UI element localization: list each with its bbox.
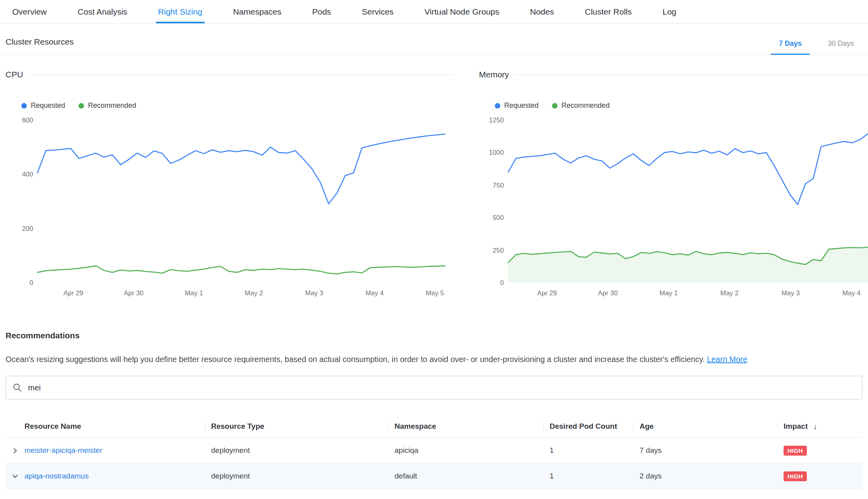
- y-tick-label: 400: [22, 171, 33, 178]
- tab-right-sizing[interactable]: Right Sizing: [158, 0, 202, 23]
- y-tick-label: 750: [493, 182, 504, 189]
- column-header-namespace: Namespace: [388, 422, 543, 431]
- legend-label: Recommended: [88, 101, 136, 110]
- memory-chart-head: Memory: [479, 69, 868, 80]
- tab-overview[interactable]: Overview: [12, 0, 47, 23]
- table-row: meister-apiciqa-meisterdeploymentapiciqa…: [6, 438, 862, 463]
- x-tick-label: Apr 29: [64, 289, 83, 297]
- search-box: [6, 376, 862, 400]
- cpu-legend: RequestedRecommended: [21, 101, 455, 110]
- column-label: Namespace: [395, 422, 436, 431]
- desired-pod-count-cell: 1: [543, 472, 633, 480]
- memory-chart: 025050075010001250Apr 29Apr 30May 1May 2…: [479, 114, 868, 300]
- tab-services[interactable]: Services: [362, 0, 394, 23]
- recommended-line: [37, 266, 445, 274]
- column-label: Age: [640, 422, 654, 431]
- namespace-cell: apiciqa: [388, 446, 543, 455]
- y-tick-label: 200: [22, 225, 33, 233]
- x-tick-label: May 2: [720, 289, 739, 297]
- recommendations-table: Resource NameResource TypeNamespaceDesir…: [6, 415, 862, 489]
- legend-recommended[interactable]: Recommended: [79, 101, 136, 110]
- requested-dot-icon: [495, 103, 500, 109]
- tab-log[interactable]: Log: [662, 0, 676, 23]
- x-tick-label: May 4: [842, 289, 861, 297]
- x-tick-label: Apr 29: [537, 289, 557, 297]
- search-input[interactable]: [27, 383, 856, 393]
- charts-row: CPU RequestedRecommended 0200400600Apr 2…: [0, 55, 868, 300]
- range-tab-30-days[interactable]: 30 Days: [820, 39, 862, 54]
- resource-type-cell: deployment: [205, 446, 388, 455]
- cluster-resources-title: Cluster Resources: [6, 37, 74, 54]
- cpu-chart-panel: CPU RequestedRecommended 0200400600Apr 2…: [6, 69, 455, 300]
- chevron-right-icon[interactable]: [10, 445, 21, 456]
- x-tick-label: Apr 30: [124, 289, 144, 297]
- desired-pod-count-cell: 1: [543, 446, 633, 455]
- y-tick-label: 0: [500, 279, 504, 287]
- tab-nodes[interactable]: Nodes: [530, 0, 554, 23]
- x-tick-label: May 3: [782, 289, 800, 297]
- tab-cost-analysis[interactable]: Cost Analysis: [78, 0, 127, 23]
- cluster-resources-bar: Cluster Resources 7 Days30 Days: [0, 24, 868, 55]
- memory-legend: RequestedRecommended: [495, 101, 868, 110]
- x-tick-label: May 1: [660, 289, 678, 297]
- divider: [514, 75, 868, 75]
- column-header-impact[interactable]: Impact↓: [777, 422, 862, 431]
- column-header-resource-name: Resource Name: [24, 422, 205, 431]
- cpu-chart-head: CPU: [6, 69, 455, 80]
- chevron-down-icon[interactable]: [10, 471, 21, 482]
- legend-label: Requested: [31, 101, 65, 110]
- recommended-area: [508, 247, 868, 283]
- column-header-age: Age: [633, 422, 777, 431]
- resource-name-link[interactable]: meister-apiciqa-meister: [24, 446, 102, 454]
- cpu-chart-title: CPU: [6, 70, 23, 79]
- legend-recommended[interactable]: Recommended: [552, 101, 610, 110]
- right-sizing-page: OverviewCost AnalysisRight SizingNamespa…: [0, 0, 868, 499]
- requested-dot-icon: [21, 103, 27, 109]
- recommendations-section: Recommendations Ocean's resizing suggest…: [0, 300, 868, 489]
- tab-cluster-rolls[interactable]: Cluster Rolls: [585, 0, 632, 23]
- impact-badge: HIGH: [784, 471, 807, 481]
- recommended-dot-icon: [552, 103, 557, 109]
- legend-label: Recommended: [561, 101, 610, 110]
- x-tick-label: Apr 30: [598, 289, 618, 297]
- impact-badge: HIGH: [784, 446, 807, 456]
- column-header-desired-pod-count: Desired Pod Count: [543, 422, 633, 431]
- legend-requested[interactable]: Requested: [21, 101, 65, 110]
- namespace-cell: default: [388, 472, 543, 480]
- learn-more-link[interactable]: Learn More: [707, 355, 747, 364]
- x-tick-label: May 1: [185, 289, 203, 297]
- legend-requested[interactable]: Requested: [495, 101, 539, 110]
- arrow-down-icon: ↓: [813, 422, 817, 431]
- x-tick-label: May 5: [426, 289, 444, 297]
- y-tick-label: 0: [30, 279, 33, 287]
- requested-line: [37, 134, 445, 204]
- memory-chart-panel: Memory RequestedRecommended 025050075010…: [479, 69, 868, 300]
- tab-bar: OverviewCost AnalysisRight SizingNamespa…: [0, 0, 868, 24]
- y-tick-label: 1250: [489, 116, 504, 124]
- range-toggle: 7 Days30 Days: [771, 39, 862, 54]
- recommendations-text: Ocean's resizing suggestions will help y…: [6, 355, 705, 364]
- recommendations-description: Ocean's resizing suggestions will help y…: [6, 354, 862, 365]
- memory-chart-title: Memory: [479, 70, 509, 79]
- tab-pods[interactable]: Pods: [312, 0, 331, 23]
- x-tick-label: May 2: [245, 289, 263, 297]
- column-header-resource-type: Resource Type: [205, 422, 388, 431]
- x-tick-label: May 3: [305, 289, 323, 297]
- recommended-dot-icon: [79, 103, 84, 109]
- y-tick-label: 500: [493, 214, 504, 221]
- tab-namespaces[interactable]: Namespaces: [233, 0, 282, 23]
- column-label: Resource Name: [24, 422, 81, 431]
- tab-virtual-node-groups[interactable]: Virtual Node Groups: [425, 0, 499, 23]
- recommendations-title: Recommendations: [6, 331, 862, 340]
- search-icon: [12, 383, 22, 393]
- range-tab-7-days[interactable]: 7 Days: [771, 39, 810, 54]
- table-body: meister-apiciqa-meisterdeploymentapiciqa…: [6, 438, 862, 489]
- age-cell: 2 days: [633, 472, 777, 480]
- x-tick-label: May 4: [365, 289, 383, 297]
- divider: [28, 75, 455, 75]
- legend-label: Requested: [504, 101, 539, 110]
- y-tick-label: 600: [22, 116, 33, 124]
- resource-name-link[interactable]: apiqa-nostradamus: [24, 472, 89, 480]
- age-cell: 7 days: [633, 446, 777, 455]
- column-label: Desired Pod Count: [550, 422, 617, 431]
